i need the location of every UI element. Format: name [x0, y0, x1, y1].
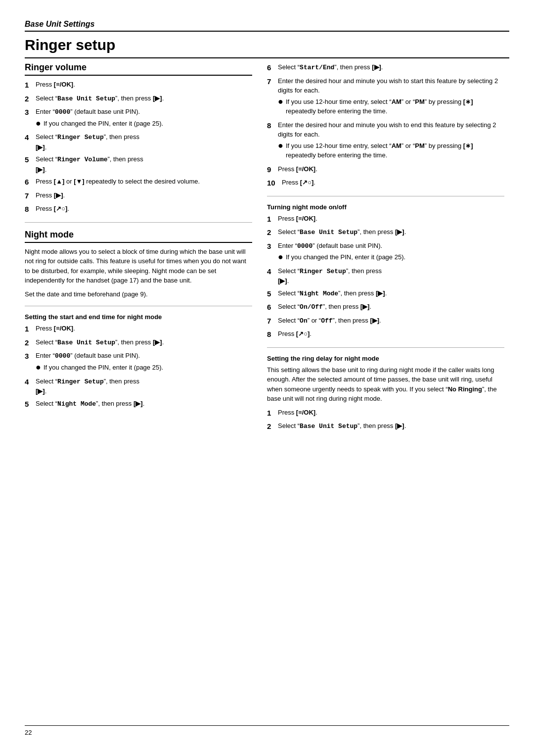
list-item: 7 Enter the desired hour and minute you … [267, 76, 504, 118]
ring-delay-steps: 1 Press [≡/OK]. 2 Select “Base Unit Setu… [267, 408, 504, 432]
list-item: 8 Press [↗○]. [267, 329, 504, 340]
ringer-volume-steps: 1 Press [≡/OK]. 2 Select “Base Unit Setu… [25, 80, 252, 215]
start-end-subtitle: Setting the start and end time for night… [25, 313, 252, 321]
list-item: ●If you changed the PIN, enter it (page … [278, 252, 504, 262]
list-item: 9 Press [≡/OK]. [267, 164, 504, 176]
page-title: Ringer setup [25, 37, 509, 58]
continued-steps: 6 Select “Start/End”, then press [▶]. 7 … [267, 62, 504, 189]
list-item: 4 Select “Ringer Setup”, then press[▶]. [25, 132, 252, 152]
two-column-layout: Ringer volume 1 Press [≡/OK]. 2 Select “… [25, 62, 509, 715]
list-item: ● If you use 12-hour time entry, select … [278, 97, 504, 116]
list-item: 7 Select “On” or “Off”, then press [▶]. [267, 316, 504, 327]
list-item: 2 Select “Base Unit Setup”, then press [… [267, 421, 504, 432]
list-item: 1 Press [≡/OK]. [25, 324, 252, 335]
header-section: Base Unit Settings [25, 20, 509, 32]
divider [25, 222, 252, 223]
divider [25, 306, 252, 306]
list-item: 3 Enter “0000” (default base unit PIN). … [267, 241, 504, 264]
list-item: 2 Select “Base Unit Setup”, then press [… [267, 227, 504, 238]
list-item: 6 Select “Start/End”, then press [▶]. [267, 62, 504, 74]
list-item: 5 Select “Ringer Volume”, then press[▶]. [25, 154, 252, 174]
list-item: 4 Select “Ringer Setup”, then press[▶]. [25, 377, 252, 396]
ring-delay-desc: This setting allows the base unit to rin… [267, 365, 504, 404]
divider [267, 196, 504, 196]
turning-night-mode-subtitle: Turning night mode on/off [267, 203, 504, 211]
divider [267, 347, 504, 348]
ring-delay-subtitle: Setting the ring delay for night mode [267, 355, 504, 362]
list-item: 1 Press [≡/OK]. [25, 80, 252, 91]
list-item: 1 Press [≡/OK]. [267, 214, 504, 225]
list-item: ●If you changed the PIN, enter it (page … [36, 119, 252, 129]
list-item: 1 Press [≡/OK]. [267, 408, 504, 419]
turning-night-mode-steps: 1 Press [≡/OK]. 2 Select “Base Unit Setu… [267, 214, 504, 340]
page-number: 22 [25, 725, 509, 736]
page: Base Unit Settings Ringer setup Ringer v… [0, 0, 534, 756]
start-end-steps: 1 Press [≡/OK]. 2 Select “Base Unit Setu… [25, 324, 252, 410]
list-item: 5 Select “Night Mode”, then press [▶]. [267, 288, 504, 300]
right-column: 6 Select “Start/End”, then press [▶]. 7 … [267, 62, 504, 715]
list-item: 3 Enter “0000” (default base unit PIN). … [25, 107, 252, 130]
night-mode-desc2: Set the date and time beforehand (page 9… [25, 289, 252, 299]
list-item: 4 Select “Ringer Setup”, then press[▶]. [267, 266, 504, 286]
list-item: 2 Select “Base Unit Setup”, then press [… [25, 337, 252, 349]
list-item: ●If you changed the PIN, enter it (page … [36, 363, 252, 373]
list-item: 2 Select “Base Unit Setup”, then press [… [25, 94, 252, 105]
list-item: 8 Enter the desired hour and minute you … [267, 120, 504, 162]
left-column: Ringer volume 1 Press [≡/OK]. 2 Select “… [25, 62, 252, 715]
night-mode-title: Night mode [25, 230, 252, 243]
list-item: ● If you use 12-hour time entry, select … [278, 141, 504, 160]
list-item: 6 Select “On/Off”, then press [▶]. [267, 302, 504, 313]
list-item: 3 Enter “0000” (default base unit PIN). … [25, 351, 252, 374]
ringer-volume-title: Ringer volume [25, 62, 252, 76]
list-item: 6 Press [▲] or [▼] repeatedly to select … [25, 177, 252, 188]
list-item: 7 Press [▶]. [25, 190, 252, 202]
night-mode-desc: Night mode allows you to select a block … [25, 247, 252, 285]
list-item: 10 Press [↗○]. [267, 178, 504, 189]
section-label: Base Unit Settings [25, 20, 94, 28]
list-item: 5 Select “Night Mode”, then press [▶]. [25, 399, 252, 410]
list-item: 8 Press [↗○]. [25, 204, 252, 215]
